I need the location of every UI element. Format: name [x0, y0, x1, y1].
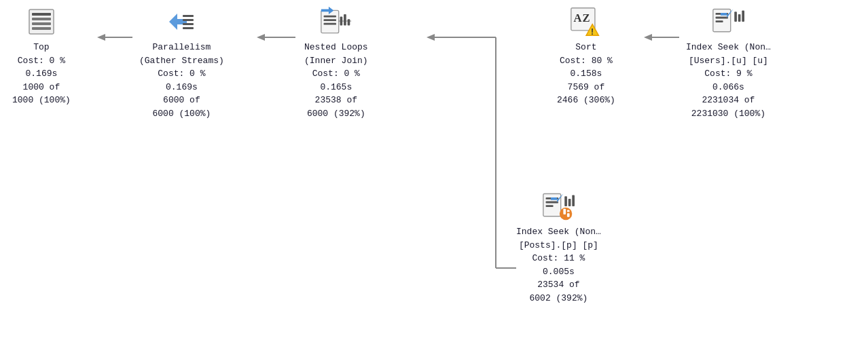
- top-label: Top Cost: 0 % 0.169s 1000 of 1000 (100%): [12, 41, 71, 107]
- node-parallelism: Parallelism (Gather Streams) Cost: 0 % 0…: [139, 5, 224, 120]
- node-index-seek-users: Index Seek (Non… [Users].[u] [u] Cost: 9…: [686, 5, 771, 120]
- sort-label: Sort Cost: 80 % 0.158s 7569 of 2466 (306…: [557, 41, 615, 107]
- parallelism-icon: [165, 5, 198, 38]
- svg-rect-12: [32, 13, 51, 16]
- svg-rect-20: [183, 23, 194, 25]
- svg-rect-38: [716, 17, 728, 19]
- svg-rect-47: [546, 205, 554, 207]
- sort-icon: A Z !: [570, 5, 602, 38]
- svg-marker-7: [644, 34, 652, 41]
- nested-loops-label: Nested Loops (Inner Join) Cost: 0 % 0.16…: [304, 41, 368, 120]
- svg-rect-26: [323, 23, 336, 25]
- svg-rect-14: [32, 22, 51, 25]
- svg-rect-22: [321, 10, 339, 33]
- index-seek-posts-icon: [542, 190, 575, 223]
- svg-rect-13: [32, 18, 51, 20]
- node-nested-loops: Nested Loops (Inner Join) Cost: 0 % 0.16…: [304, 5, 368, 120]
- svg-text:A: A: [573, 12, 581, 24]
- node-index-seek-posts: Index Seek (Non… [Posts].[p] [p] Cost: 1…: [516, 190, 601, 305]
- svg-rect-46: [546, 202, 558, 204]
- svg-rect-55: [567, 210, 570, 212]
- svg-rect-41: [735, 12, 738, 22]
- svg-rect-39: [716, 20, 723, 22]
- index-seek-users-icon: [712, 5, 744, 38]
- svg-rect-25: [323, 19, 336, 21]
- svg-rect-21: [183, 27, 194, 29]
- svg-rect-24: [323, 16, 336, 18]
- index-seek-users-label: Index Seek (Non… [Users].[u] [u] Cost: 9…: [686, 41, 771, 120]
- nested-loops-icon: [320, 5, 352, 38]
- svg-rect-56: [567, 213, 570, 217]
- svg-rect-53: [564, 209, 566, 213]
- svg-text:Z: Z: [582, 12, 590, 24]
- svg-rect-54: [564, 212, 566, 214]
- svg-rect-18: [183, 15, 194, 17]
- svg-rect-51: [573, 195, 575, 206]
- svg-rect-30: [339, 20, 351, 22]
- svg-rect-36: [713, 10, 731, 32]
- node-top: Top Cost: 0 % 0.169s 1000 of 1000 (100%): [12, 5, 71, 107]
- svg-rect-42: [738, 14, 741, 22]
- svg-rect-43: [742, 10, 745, 22]
- top-icon: [25, 5, 58, 38]
- svg-rect-44: [543, 194, 561, 216]
- node-sort: A Z ! Sort Cost: 80 % 0.158s 7569 of 246…: [557, 5, 615, 107]
- svg-marker-5: [427, 34, 435, 41]
- svg-marker-1: [97, 34, 105, 41]
- svg-rect-19: [183, 19, 194, 21]
- index-seek-posts-label: Index Seek (Non… [Posts].[p] [p] Cost: 1…: [516, 225, 601, 305]
- svg-marker-16: [169, 14, 177, 30]
- parallelism-label: Parallelism (Gather Streams) Cost: 0 % 0…: [139, 41, 224, 120]
- svg-rect-15: [32, 27, 51, 30]
- svg-rect-28: [344, 14, 346, 26]
- svg-rect-50: [568, 199, 571, 206]
- svg-marker-3: [257, 34, 265, 41]
- svg-rect-49: [565, 196, 568, 206]
- svg-text:!: !: [591, 27, 594, 37]
- svg-rect-29: [347, 19, 350, 25]
